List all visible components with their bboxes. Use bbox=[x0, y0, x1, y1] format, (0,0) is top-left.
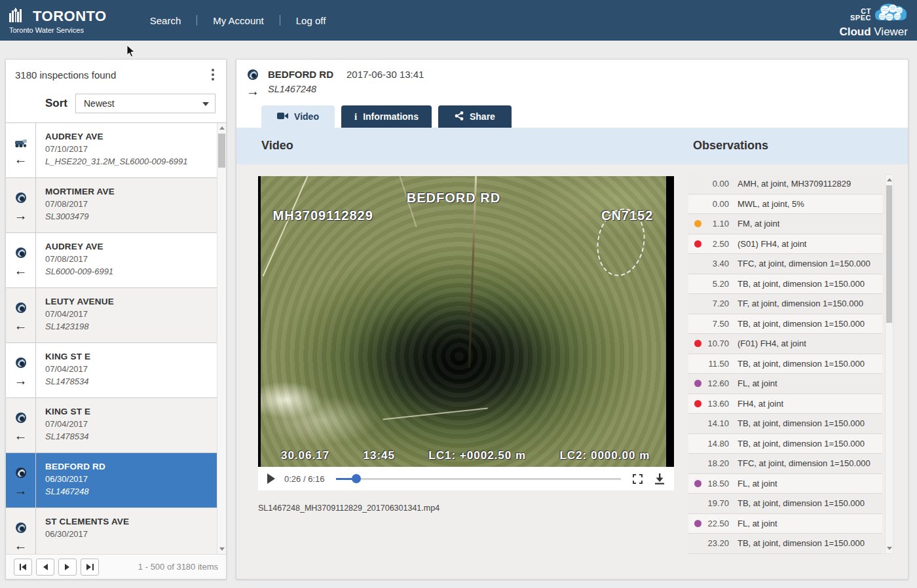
brand-spec-label: SPEC bbox=[850, 14, 871, 21]
observation-row[interactable]: 14.80TB, at joint, dimension 1=150.000 bbox=[688, 434, 882, 454]
results-count: 3180 inspections found bbox=[15, 69, 116, 81]
fullscreen-button[interactable] bbox=[633, 474, 643, 484]
observation-row[interactable]: 13.60FH4, at joint bbox=[688, 394, 882, 414]
severity-dot bbox=[694, 480, 702, 487]
toronto-logo[interactable]: TORONTO Toronto Water Services bbox=[9, 7, 107, 34]
observation-row[interactable]: 3.40TFC, at joint, dimension 1=150.000 bbox=[688, 254, 882, 274]
tab-share[interactable]: Share bbox=[438, 105, 512, 128]
observation-row[interactable]: 12.60FL, at joint bbox=[688, 374, 882, 394]
inspection-list-item[interactable]: → MORTIMER AVE 07/08/2017 SL3003479 bbox=[6, 178, 217, 233]
nav-link-search[interactable]: Search bbox=[134, 10, 197, 31]
observation-row[interactable]: 18.20TFC, at joint, dimension 1=150.000 bbox=[688, 454, 882, 474]
first-page-button[interactable] bbox=[14, 559, 32, 576]
pagination-summary: 1 - 500 of 3180 items bbox=[138, 562, 218, 572]
inspection-list-item[interactable]: → KING ST E 07/04/2017 SL1478534 bbox=[6, 343, 217, 398]
nav-link-my-account[interactable]: My Account bbox=[197, 10, 280, 31]
overlay-lc1: LC1: +0002.50 m bbox=[428, 449, 526, 462]
inspection-date: 07/10/2017 bbox=[45, 144, 188, 154]
tab-video[interactable]: Video bbox=[261, 105, 335, 128]
observation-time: 3.40 bbox=[702, 259, 729, 268]
observation-row[interactable]: 7.50TB, at joint, dimension 1=150.000 bbox=[688, 314, 882, 335]
previous-page-button[interactable] bbox=[36, 559, 54, 576]
scroll-down-icon[interactable] bbox=[887, 547, 892, 550]
observation-text: TB, at joint, dimension 1=150.000 bbox=[738, 498, 865, 508]
sort-selected-value: Newest bbox=[84, 98, 115, 109]
observation-row[interactable]: 19.70TB, at joint, dimension 1=150.000 bbox=[688, 494, 882, 514]
chevron-down-icon bbox=[202, 102, 209, 106]
next-page-button[interactable] bbox=[58, 559, 77, 576]
inspection-id: SL1423198 bbox=[45, 322, 114, 331]
play-button[interactable] bbox=[267, 473, 275, 484]
scroll-down-icon[interactable] bbox=[219, 547, 225, 551]
observation-time: 0.00 bbox=[702, 179, 729, 189]
inspection-date: 07/08/2017 bbox=[45, 199, 115, 209]
scroll-up-icon[interactable] bbox=[219, 126, 225, 130]
tab-informations[interactable]: i Informations bbox=[341, 105, 432, 128]
inspection-list-item[interactable]: ← LEUTY AVENUE 07/04/2017 SL1423198 bbox=[6, 288, 217, 343]
observation-row[interactable]: 5.20TB, at joint, dimension 1=150.000 bbox=[688, 274, 882, 295]
severity-dot bbox=[694, 520, 702, 527]
observation-time: 0.00 bbox=[702, 199, 729, 209]
observation-time: 7.20 bbox=[702, 299, 729, 308]
cloud-icon bbox=[874, 2, 908, 27]
inspection-street: BEDFORD RD bbox=[45, 462, 105, 471]
observation-row[interactable]: 23.20TB, at joint, dimension 1=150.000 bbox=[688, 534, 882, 554]
direction-arrow-icon: ← bbox=[14, 266, 28, 275]
scroll-up-icon[interactable] bbox=[887, 178, 892, 181]
observation-row[interactable]: 11.50TB, at joint, dimension 1=150.000 bbox=[688, 354, 882, 375]
inspection-list-item[interactable]: ← AUDREY AVE 07/08/2017 SL6000-009-6991 bbox=[6, 233, 217, 288]
observation-time: 2.50 bbox=[702, 239, 729, 249]
observation-row[interactable]: 14.10TB, at joint, dimension 1=150.000 bbox=[688, 414, 882, 434]
info-icon: i bbox=[354, 111, 357, 122]
inspection-street: LEUTY AVENUE bbox=[45, 297, 114, 306]
sort-select[interactable]: Newest bbox=[75, 94, 215, 113]
pagination-bar: 1 - 500 of 3180 items bbox=[6, 554, 226, 579]
video-progress-thumb[interactable] bbox=[352, 474, 361, 483]
inspection-sidebar: 3180 inspections found Sort Newest bbox=[5, 59, 227, 579]
observation-time: 5.20 bbox=[702, 279, 729, 289]
overlay-time: 13:45 bbox=[364, 449, 395, 462]
observation-text: TB, at joint, dimension 1=150.000 bbox=[738, 359, 865, 369]
observation-text: FL, at joint bbox=[738, 519, 777, 528]
observation-row[interactable]: 7.20TF, at joint, dimension 1=150.000 bbox=[688, 294, 882, 314]
observation-row[interactable]: 22.50FL, at joint bbox=[688, 514, 882, 534]
brand-cloud-label: Cloud bbox=[839, 26, 870, 38]
sidebar-scrollbar[interactable] bbox=[217, 123, 226, 554]
observation-row[interactable]: 0.00AMH, at joint, MH3709112829 bbox=[688, 174, 882, 194]
last-page-button[interactable] bbox=[81, 559, 99, 576]
observations-list: 0.00AMH, at joint, MH3709112829 0.00MWL,… bbox=[688, 174, 882, 554]
video-player: MH3709112829 BEDFORD RD CN7152 30.06.17 … bbox=[258, 176, 674, 513]
video-controls: 0:26 / 6:16 bbox=[258, 467, 674, 490]
inspection-list-item[interactable]: ← KING ST E 07/04/2017 SL1478534 bbox=[6, 398, 217, 453]
observation-row[interactable]: 18.50FL, at joint bbox=[688, 474, 882, 494]
observation-row[interactable]: 0.00MWL, at joint, 5% bbox=[688, 194, 882, 215]
overlay-telemetry: 30.06.17 13:45 LC1: +0002.50 m LC2: 0000… bbox=[261, 449, 666, 462]
section-heading-band: Video Observations bbox=[236, 128, 908, 164]
observation-text: TFC, at joint, dimension 1=150.000 bbox=[738, 458, 870, 468]
inspection-list-item[interactable]: ← AUDREY AVE 07/10/2017 L_HSE220_31.2M_S… bbox=[6, 123, 217, 178]
video-screen[interactable]: MH3709112829 BEDFORD RD CN7152 30.06.17 … bbox=[258, 176, 674, 467]
sphere-camera-icon bbox=[14, 301, 28, 317]
observation-row[interactable]: 10.70(F01) FH4, at joint bbox=[688, 334, 882, 354]
observation-row[interactable]: 2.50(S01) FH4, at joint bbox=[688, 234, 882, 255]
inspection-date: 07/04/2017 bbox=[45, 309, 114, 319]
video-filename: SL1467248_MH3709112829_201706301341.mp4 bbox=[258, 504, 674, 513]
tab-video-label: Video bbox=[294, 111, 319, 122]
direction-arrow-icon: ← bbox=[14, 541, 28, 550]
sphere-camera-icon bbox=[14, 466, 28, 482]
observation-text: (S01) FH4, at joint bbox=[738, 239, 807, 249]
observation-text: TB, at joint, dimension 1=150.000 bbox=[738, 538, 865, 548]
scrollbar-thumb[interactable] bbox=[218, 134, 225, 168]
tab-content: MH3709112829 BEDFORD RD CN7152 30.06.17 … bbox=[236, 164, 908, 579]
observation-time: 12.60 bbox=[702, 378, 729, 388]
observations-scrollbar[interactable] bbox=[885, 174, 893, 554]
download-button[interactable] bbox=[654, 473, 665, 485]
inspection-list-item-selected[interactable]: → BEDFORD RD 06/30/2017 SL1467248 bbox=[6, 453, 217, 508]
nav-links: Search My Account Log off bbox=[134, 10, 342, 31]
kebab-menu-icon[interactable] bbox=[209, 66, 217, 83]
inspection-list-item[interactable]: ← ST CLEMENTS AVE 06/30/2017 bbox=[6, 508, 217, 554]
video-progress-bar[interactable] bbox=[336, 478, 621, 480]
observation-row[interactable]: 1.10FM, at joint bbox=[688, 214, 882, 234]
nav-link-log-off[interactable]: Log off bbox=[280, 10, 342, 31]
scrollbar-thumb[interactable] bbox=[886, 185, 892, 323]
